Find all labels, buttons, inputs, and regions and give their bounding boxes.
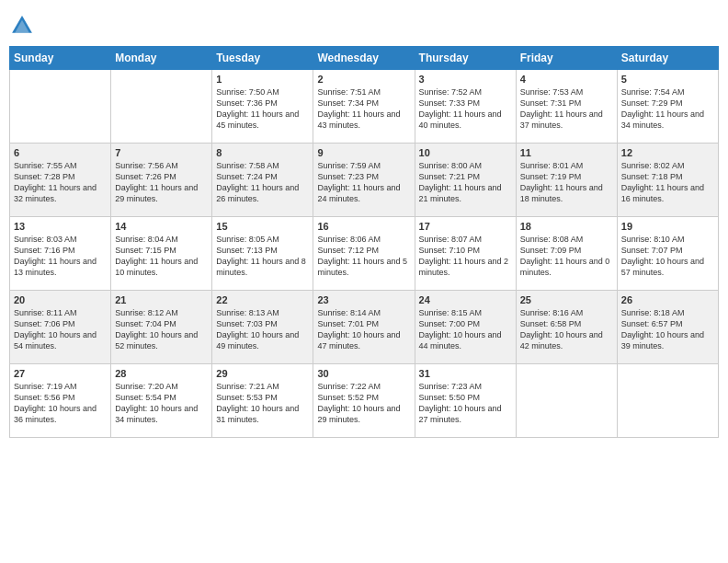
calendar-cell: 9Sunrise: 7:59 AM Sunset: 7:23 PM Daylig… <box>313 144 415 217</box>
logo-icon <box>9 13 35 39</box>
calendar-cell: 13Sunrise: 8:03 AM Sunset: 7:16 PM Dayli… <box>10 217 111 291</box>
cell-info: Sunrise: 7:54 AM Sunset: 7:29 PM Dayligh… <box>621 86 714 132</box>
day-number: 9 <box>317 147 410 158</box>
day-number: 30 <box>317 368 410 379</box>
cell-info: Sunrise: 7:52 AM Sunset: 7:33 PM Dayligh… <box>419 86 512 132</box>
day-number: 19 <box>621 221 714 232</box>
calendar-cell: 8Sunrise: 7:58 AM Sunset: 7:24 PM Daylig… <box>212 144 313 217</box>
day-number: 12 <box>621 147 714 158</box>
calendar-cell: 31Sunrise: 7:23 AM Sunset: 5:50 PM Dayli… <box>415 364 516 438</box>
header-day: Thursday <box>415 47 516 70</box>
cell-info: Sunrise: 8:01 AM Sunset: 7:19 PM Dayligh… <box>520 160 613 205</box>
calendar-cell: 5Sunrise: 7:54 AM Sunset: 7:29 PM Daylig… <box>617 70 718 144</box>
calendar-cell: 14Sunrise: 8:04 AM Sunset: 7:15 PM Dayli… <box>111 217 212 291</box>
day-number: 17 <box>419 221 512 232</box>
page-header <box>9 9 719 39</box>
day-number: 6 <box>14 147 107 158</box>
cell-info: Sunrise: 8:05 AM Sunset: 7:13 PM Dayligh… <box>216 234 309 279</box>
calendar-cell: 17Sunrise: 8:07 AM Sunset: 7:10 PM Dayli… <box>415 217 516 291</box>
day-number: 31 <box>419 368 512 379</box>
cell-info: Sunrise: 8:07 AM Sunset: 7:10 PM Dayligh… <box>419 234 512 279</box>
day-number: 2 <box>317 74 410 85</box>
calendar-cell: 24Sunrise: 8:15 AM Sunset: 7:00 PM Dayli… <box>415 291 516 364</box>
calendar-cell: 2Sunrise: 7:51 AM Sunset: 7:34 PM Daylig… <box>313 70 415 144</box>
day-number: 14 <box>115 221 208 232</box>
day-number: 21 <box>115 294 208 305</box>
calendar-cell: 21Sunrise: 8:12 AM Sunset: 7:04 PM Dayli… <box>111 291 212 364</box>
calendar-cell: 3Sunrise: 7:52 AM Sunset: 7:33 PM Daylig… <box>415 70 516 144</box>
calendar-cell: 10Sunrise: 8:00 AM Sunset: 7:21 PM Dayli… <box>415 144 516 217</box>
calendar-cell: 27Sunrise: 7:19 AM Sunset: 5:56 PM Dayli… <box>10 364 111 438</box>
calendar-cell: 11Sunrise: 8:01 AM Sunset: 7:19 PM Dayli… <box>516 144 617 217</box>
calendar-cell: 4Sunrise: 7:53 AM Sunset: 7:31 PM Daylig… <box>516 70 617 144</box>
calendar-cell: 23Sunrise: 8:14 AM Sunset: 7:01 PM Dayli… <box>313 291 415 364</box>
calendar-week-row: 20Sunrise: 8:11 AM Sunset: 7:06 PM Dayli… <box>10 291 719 364</box>
calendar-cell <box>111 70 212 144</box>
header-day: Friday <box>516 47 617 70</box>
cell-info: Sunrise: 8:06 AM Sunset: 7:12 PM Dayligh… <box>317 234 410 279</box>
logo <box>9 13 37 39</box>
cell-info: Sunrise: 7:51 AM Sunset: 7:34 PM Dayligh… <box>317 86 410 132</box>
header-day: Tuesday <box>212 47 313 70</box>
calendar-cell <box>516 364 617 438</box>
cell-info: Sunrise: 7:59 AM Sunset: 7:23 PM Dayligh… <box>317 160 410 205</box>
calendar-cell: 30Sunrise: 7:22 AM Sunset: 5:52 PM Dayli… <box>313 364 415 438</box>
day-number: 4 <box>520 74 613 85</box>
calendar-week-row: 6Sunrise: 7:55 AM Sunset: 7:28 PM Daylig… <box>10 144 719 217</box>
cell-info: Sunrise: 8:03 AM Sunset: 7:16 PM Dayligh… <box>14 234 107 279</box>
day-number: 11 <box>520 147 613 158</box>
calendar-cell: 25Sunrise: 8:16 AM Sunset: 6:58 PM Dayli… <box>516 291 617 364</box>
calendar-cell: 6Sunrise: 7:55 AM Sunset: 7:28 PM Daylig… <box>10 144 111 217</box>
cell-info: Sunrise: 8:13 AM Sunset: 7:03 PM Dayligh… <box>216 307 309 352</box>
cell-info: Sunrise: 8:10 AM Sunset: 7:07 PM Dayligh… <box>621 234 714 279</box>
header-day: Wednesday <box>313 47 415 70</box>
cell-info: Sunrise: 7:23 AM Sunset: 5:50 PM Dayligh… <box>419 381 512 426</box>
day-number: 13 <box>14 221 107 232</box>
day-number: 23 <box>317 294 410 305</box>
header-row: SundayMondayTuesdayWednesdayThursdayFrid… <box>10 47 719 70</box>
day-number: 28 <box>115 368 208 379</box>
calendar-cell <box>10 70 111 144</box>
day-number: 24 <box>419 294 512 305</box>
calendar-cell: 16Sunrise: 8:06 AM Sunset: 7:12 PM Dayli… <box>313 217 415 291</box>
cell-info: Sunrise: 8:02 AM Sunset: 7:18 PM Dayligh… <box>621 160 714 205</box>
cell-info: Sunrise: 8:08 AM Sunset: 7:09 PM Dayligh… <box>520 234 613 279</box>
day-number: 8 <box>216 147 309 158</box>
cell-info: Sunrise: 8:16 AM Sunset: 6:58 PM Dayligh… <box>520 307 613 352</box>
calendar-cell <box>617 364 718 438</box>
cell-info: Sunrise: 7:58 AM Sunset: 7:24 PM Dayligh… <box>216 160 309 205</box>
day-number: 27 <box>14 368 107 379</box>
day-number: 3 <box>419 74 512 85</box>
calendar-week-row: 1Sunrise: 7:50 AM Sunset: 7:36 PM Daylig… <box>10 70 719 144</box>
calendar-cell: 12Sunrise: 8:02 AM Sunset: 7:18 PM Dayli… <box>617 144 718 217</box>
cell-info: Sunrise: 8:11 AM Sunset: 7:06 PM Dayligh… <box>14 307 107 352</box>
day-number: 10 <box>419 147 512 158</box>
header-day: Sunday <box>10 47 111 70</box>
cell-info: Sunrise: 8:18 AM Sunset: 6:57 PM Dayligh… <box>621 307 714 352</box>
cell-info: Sunrise: 7:50 AM Sunset: 7:36 PM Dayligh… <box>216 86 309 132</box>
cell-info: Sunrise: 8:04 AM Sunset: 7:15 PM Dayligh… <box>115 234 208 279</box>
day-number: 22 <box>216 294 309 305</box>
cell-info: Sunrise: 8:00 AM Sunset: 7:21 PM Dayligh… <box>419 160 512 205</box>
calendar-cell: 26Sunrise: 8:18 AM Sunset: 6:57 PM Dayli… <box>617 291 718 364</box>
calendar-cell: 29Sunrise: 7:21 AM Sunset: 5:53 PM Dayli… <box>212 364 313 438</box>
calendar-cell: 1Sunrise: 7:50 AM Sunset: 7:36 PM Daylig… <box>212 70 313 144</box>
calendar-cell: 7Sunrise: 7:56 AM Sunset: 7:26 PM Daylig… <box>111 144 212 217</box>
cell-info: Sunrise: 8:14 AM Sunset: 7:01 PM Dayligh… <box>317 307 410 352</box>
calendar-cell: 28Sunrise: 7:20 AM Sunset: 5:54 PM Dayli… <box>111 364 212 438</box>
cell-info: Sunrise: 7:22 AM Sunset: 5:52 PM Dayligh… <box>317 381 410 426</box>
day-number: 7 <box>115 147 208 158</box>
cell-info: Sunrise: 8:12 AM Sunset: 7:04 PM Dayligh… <box>115 307 208 352</box>
calendar-cell: 18Sunrise: 8:08 AM Sunset: 7:09 PM Dayli… <box>516 217 617 291</box>
day-number: 25 <box>520 294 613 305</box>
cell-info: Sunrise: 7:20 AM Sunset: 5:54 PM Dayligh… <box>115 381 208 426</box>
day-number: 5 <box>621 74 714 85</box>
cell-info: Sunrise: 8:15 AM Sunset: 7:00 PM Dayligh… <box>419 307 512 352</box>
cell-info: Sunrise: 7:56 AM Sunset: 7:26 PM Dayligh… <box>115 160 208 205</box>
header-day: Saturday <box>617 47 718 70</box>
calendar-week-row: 13Sunrise: 8:03 AM Sunset: 7:16 PM Dayli… <box>10 217 719 291</box>
cell-info: Sunrise: 7:21 AM Sunset: 5:53 PM Dayligh… <box>216 381 309 426</box>
calendar-cell: 19Sunrise: 8:10 AM Sunset: 7:07 PM Dayli… <box>617 217 718 291</box>
cell-info: Sunrise: 7:19 AM Sunset: 5:56 PM Dayligh… <box>14 381 107 426</box>
day-number: 20 <box>14 294 107 305</box>
